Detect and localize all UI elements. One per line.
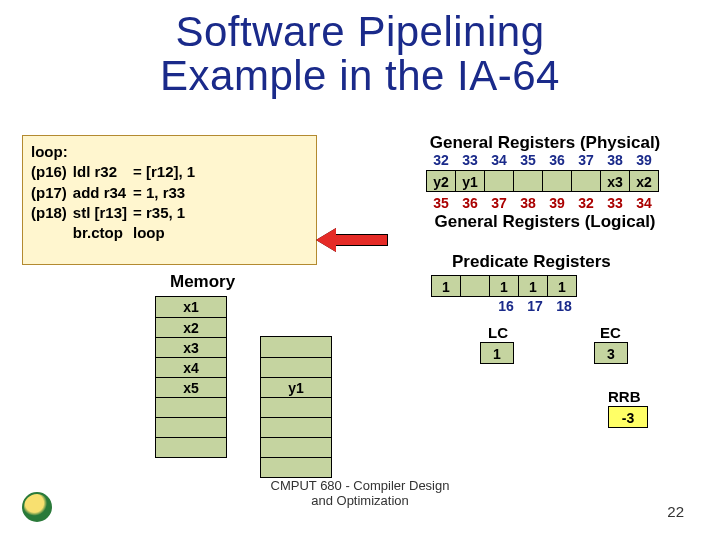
code-row: (p18)stl [r13]= r35, 1 xyxy=(31,203,201,223)
code-row: (p17)add r34= 1, r33 xyxy=(31,183,201,203)
code-row: (p16)ldl r32= [r12], 1 xyxy=(31,162,201,182)
slide-title: Software Pipelining Example in the IA-64 xyxy=(0,0,720,98)
rrb-value: -3 xyxy=(608,406,648,428)
predicate-values: 1 1 1 1 xyxy=(432,275,577,297)
log-reg-numbers: 35 36 37 38 39 32 33 34 xyxy=(427,194,659,212)
code-listing: loop: (p16)ldl r32= [r12], 1 (p17)add r3… xyxy=(22,135,317,265)
loop-label: loop: xyxy=(31,142,308,162)
rrb-label: RRB xyxy=(608,388,641,405)
code-table: (p16)ldl r32= [r12], 1 (p17)add r34= 1, … xyxy=(31,162,201,243)
title-line-1: Software Pipelining xyxy=(175,8,544,55)
university-logo xyxy=(22,492,52,522)
memory-label: Memory xyxy=(170,272,235,292)
memory-stack-right: y1 xyxy=(260,336,332,478)
gen-phys-label: General Registers (Physical) xyxy=(405,133,685,153)
lc-label: LC xyxy=(488,324,508,341)
predicate-numbers: 16 17 18 xyxy=(492,297,579,315)
footer-text: CMPUT 680 - Compiler Design and Optimiza… xyxy=(0,478,720,508)
code-row: br.ctoploop xyxy=(31,223,201,243)
page-number: 22 xyxy=(667,503,684,520)
memory-stack-left: x1 x2 x3 x4 x5 xyxy=(155,296,227,458)
phys-reg-numbers: 32 33 34 35 36 37 38 39 xyxy=(427,151,659,169)
ec-value: 3 xyxy=(594,342,628,364)
title-line-2: Example in the IA-64 xyxy=(160,52,560,99)
lc-value: 1 xyxy=(480,342,514,364)
ec-label: EC xyxy=(600,324,621,341)
phys-reg-values: y2 y1 x3 x2 xyxy=(427,170,659,192)
gen-log-label: General Registers (Logical) xyxy=(405,212,685,232)
predicate-label: Predicate Registers xyxy=(452,252,611,272)
